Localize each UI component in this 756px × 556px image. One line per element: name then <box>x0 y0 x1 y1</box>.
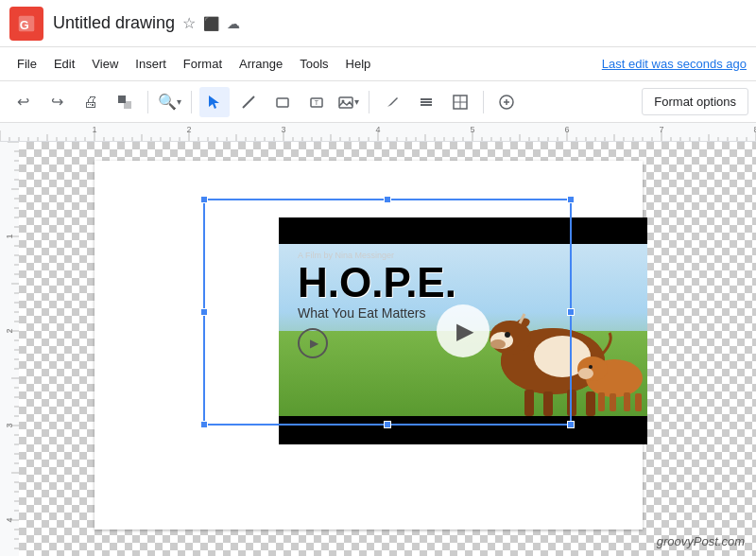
title-bar: G Untitled drawing ☆ ⬛ ☁ <box>0 0 756 47</box>
svg-text:T: T <box>315 99 319 106</box>
play-overlay-button[interactable] <box>437 304 490 357</box>
separator-4 <box>483 91 484 113</box>
textbox-tool-button[interactable]: T <box>301 87 332 117</box>
separator-3 <box>369 91 369 113</box>
shape-tool-button[interactable] <box>267 87 298 117</box>
menu-arrange[interactable]: Arrange <box>232 53 290 75</box>
undo-button[interactable]: ↩ <box>8 87 38 117</box>
svg-point-25 <box>490 339 506 349</box>
watermark-text: groovyPost.com <box>657 534 745 548</box>
svg-text:G: G <box>20 17 29 31</box>
image-tool-button[interactable]: ▾ <box>335 87 361 117</box>
cloud-icon[interactable]: ☁ <box>227 16 240 31</box>
print-button[interactable]: 🖨 <box>76 87 106 117</box>
black-bar-top <box>279 217 647 244</box>
menu-help[interactable]: Help <box>338 53 379 75</box>
video-background: A Film by Nina Messinger H.O.P.E. What Y… <box>279 217 647 444</box>
toolbar: ↩ ↪ 🖨 🔍 ▾ T ▾ Format options <box>0 81 756 123</box>
menu-bar: File Edit View Insert Format Arrange Too… <box>0 47 756 81</box>
last-edit-status: Last edit was seconds ago <box>602 57 747 71</box>
format-options-button[interactable]: Format options <box>642 88 748 115</box>
svg-rect-39 <box>624 392 630 411</box>
svg-rect-32 <box>586 391 595 416</box>
video-element[interactable]: A Film by Nina Messinger H.O.P.E. What Y… <box>279 217 647 444</box>
line-tool-button[interactable] <box>233 87 264 117</box>
menu-edit[interactable]: Edit <box>46 53 82 75</box>
svg-rect-37 <box>598 392 605 411</box>
menu-file[interactable]: File <box>9 53 44 75</box>
slideshow-icon[interactable]: ⬛ <box>203 16 219 31</box>
svg-point-26 <box>505 332 510 338</box>
hope-title-text: H.O.P.E. <box>298 262 456 304</box>
pen-tool-button[interactable] <box>377 87 407 117</box>
doc-title[interactable]: Untitled drawing <box>53 13 175 33</box>
svg-rect-40 <box>635 393 642 411</box>
svg-rect-38 <box>610 393 616 411</box>
plus-button[interactable] <box>491 87 522 117</box>
title-area: Untitled drawing ☆ ⬛ ☁ <box>53 13 240 33</box>
svg-rect-6 <box>277 98 288 107</box>
horizontal-ruler <box>0 123 756 142</box>
svg-rect-31 <box>567 390 576 416</box>
app-icon: G <box>9 7 43 41</box>
black-bar-bottom <box>279 418 647 444</box>
redo-button[interactable]: ↪ <box>42 87 72 117</box>
menu-insert[interactable]: Insert <box>128 53 174 75</box>
canvas-area[interactable]: A Film by Nina Messinger H.O.P.E. What Y… <box>0 142 756 556</box>
video-text-overlay: A Film by Nina Messinger H.O.P.E. What Y… <box>298 251 456 358</box>
svg-rect-3 <box>124 101 131 109</box>
svg-rect-29 <box>524 390 534 416</box>
menu-format[interactable]: Format <box>176 53 230 75</box>
small-play-button[interactable] <box>298 328 328 358</box>
zoom-dropdown[interactable]: 🔍 ▾ <box>156 87 183 117</box>
svg-point-35 <box>578 368 593 379</box>
vertical-ruler <box>0 142 19 556</box>
paint-format-button[interactable] <box>110 87 140 117</box>
select-tool-button[interactable] <box>199 87 230 117</box>
drawing-canvas[interactable]: A Film by Nina Messinger H.O.P.E. What Y… <box>19 142 756 556</box>
svg-marker-4 <box>209 96 219 109</box>
subtitle-text: What You Eat Matters <box>298 305 456 321</box>
lines-tool-button[interactable] <box>411 87 441 117</box>
menu-view[interactable]: View <box>84 53 126 75</box>
separator-1 <box>147 91 148 113</box>
separator-2 <box>191 91 192 113</box>
svg-rect-30 <box>543 391 553 416</box>
tables-tool-button[interactable] <box>445 87 475 117</box>
star-icon[interactable]: ☆ <box>182 14 196 32</box>
menu-tools[interactable]: Tools <box>292 53 335 75</box>
svg-line-5 <box>243 96 254 108</box>
drawing-page[interactable]: A Film by Nina Messinger H.O.P.E. What Y… <box>94 161 643 530</box>
svg-point-36 <box>589 365 593 369</box>
